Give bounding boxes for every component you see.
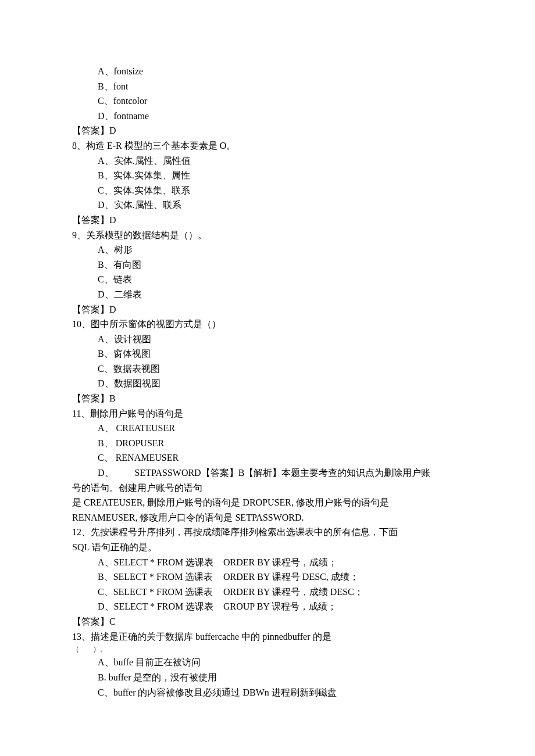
q12-option-a-left: A、SELECT * FROM 选课表 [98, 555, 223, 570]
q7-answer: 【答案】D [72, 123, 463, 138]
q12-option-b-left: B、SELECT * FROM 选课表 [98, 569, 223, 585]
q8-option-d: D、实体.属性、联系 [72, 198, 463, 213]
q13-option-a: A、buffe 目前正在被访问 [72, 655, 463, 670]
q8-option-b: B、实体.实体集、属性 [72, 168, 463, 183]
q8-option-c: C、实体.实体集、联系 [72, 183, 463, 198]
q10-stem: 10、图中所示窗体的视图方式是（） [72, 317, 463, 332]
q8-answer: 【答案】D [72, 213, 463, 228]
q13-paren: （ ）。 [72, 644, 463, 655]
q12-option-d-left: D、SELECT * FROM 选课表 [98, 599, 223, 614]
q7-option-c: C、fontcolor [72, 94, 463, 109]
q9-option-c: C、链表 [72, 272, 463, 287]
q12-answer: 【答案】C [72, 614, 463, 629]
q12-option-b-right: ORDER BY 课程号 DESC, 成绩； [223, 569, 359, 585]
q12-option-c: C、SELECT * FROM 选课表 ORDER BY 课程号，成绩 DESC… [72, 585, 463, 600]
q11-stem: 11、删除用户账号的语句是 [72, 406, 463, 421]
q11-option-d-prefix: D、 [98, 468, 114, 478]
q13-option-b: B. buffer 是空的，没有被使用 [72, 670, 463, 685]
q11-option-d: D、SETPASSWORD【答案】B【解析】本题主要考查的知识点为删除用户账 [72, 465, 463, 481]
q11-cont3: RENAMEUSER, 修改用户口令的语句是 SETPASSWORD. [72, 510, 463, 525]
q12-option-b: B、SELECT * FROM 选课表 ORDER BY 课程号 DESC, 成… [72, 569, 463, 585]
q8-option-a: A、实体.属性、属性值 [72, 153, 463, 169]
q9-answer: 【答案】D [72, 302, 463, 317]
q11-option-b: B、 DROPUSER [72, 436, 463, 451]
q9-option-a: A、树形 [72, 242, 463, 257]
q11-cont1: 号的语句。创建用户账号的语句 [72, 481, 463, 496]
document-page: A、fontsize B、font C、fontcolor D、fontname… [0, 0, 535, 756]
q12-option-a-right: ORDER BY 课程号，成绩； [223, 555, 337, 570]
q11-option-d-body: SETPASSWORD【答案】B【解析】本题主要考查的知识点为删除用户账 [135, 468, 431, 478]
q12-stem-line1: 12、先按课程号升序排列，再按成绩降序排列检索出选课表中的所有信息，下面 [72, 525, 463, 540]
q9-option-b: B、有向图 [72, 257, 463, 273]
q11-option-a: A、 CREATEUSER [72, 421, 463, 436]
q11-option-c: C、 RENAMEUSER [72, 450, 463, 465]
q8-stem: 8、构造 E-R 模型的三个基本要素是 O。 [72, 138, 463, 153]
q13-stem: 13、描述是正确的关于数据库 buffercache 中的 pinnedbuff… [72, 629, 463, 644]
q12-option-a: A、SELECT * FROM 选课表 ORDER BY 课程号，成绩； [72, 555, 463, 570]
q10-option-a: A、设计视图 [72, 332, 463, 347]
q7-option-b: B、font [72, 79, 463, 94]
q12-stem-line2: SQL 语句正确的是。 [72, 540, 463, 555]
q10-option-c: C、数据表视图 [72, 361, 463, 377]
q7-option-d: D、fontname [72, 109, 463, 124]
q9-stem: 9、关系模型的数据结构是（）。 [72, 228, 463, 243]
q10-answer: 【答案】B [72, 391, 463, 406]
q13-option-c: C、buffer 的内容被修改且必须通过 DBWn 进程刷新到磁盘 [72, 685, 463, 700]
q9-option-d: D、二维表 [72, 287, 463, 302]
q12-option-d: D、SELECT * FROM 选课表 GROUP BY 课程号，成绩； [72, 599, 463, 614]
q7-option-a: A、fontsize [72, 64, 463, 79]
q12-option-c-left: C、SELECT * FROM 选课表 [98, 585, 223, 600]
q12-option-d-right: GROUP BY 课程号，成绩； [223, 599, 337, 614]
q12-option-c-right: ORDER BY 课程号，成绩 DESC； [223, 585, 363, 600]
q10-option-b: B、窗体视图 [72, 346, 463, 361]
q10-option-d: D、数据图视图 [72, 376, 463, 391]
q11-cont2: 是 CREATEUSER, 删除用户账号的语句是 DROPUSER, 修改用户账… [72, 495, 463, 510]
